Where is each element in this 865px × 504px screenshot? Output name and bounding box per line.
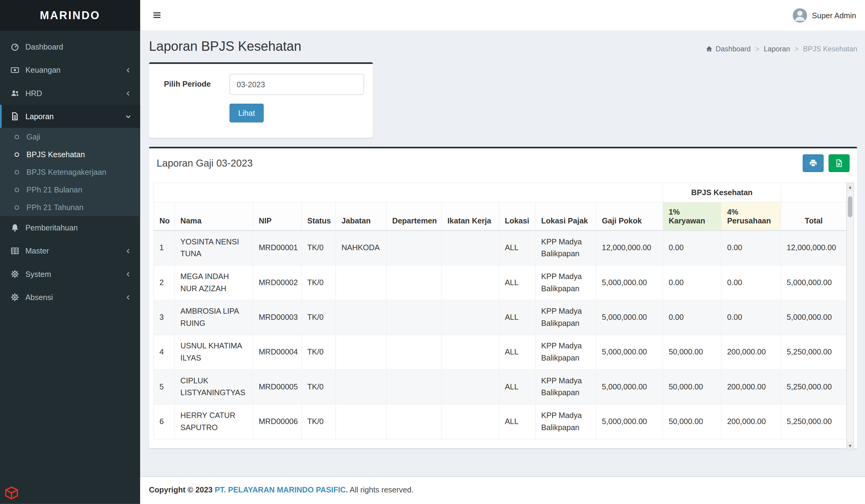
submenu-item-label: BPJS Kesehatan bbox=[26, 150, 85, 159]
sidebar-item-system[interactable]: System bbox=[0, 262, 140, 285]
submenu-item-label: Gaji bbox=[26, 132, 40, 141]
cell-ikatan-kerja bbox=[442, 265, 499, 300]
breadcrumb-separator: > bbox=[794, 45, 799, 53]
sidebar-item-keuangan[interactable]: Keuangan bbox=[0, 58, 140, 81]
cell-status: TK/0 bbox=[301, 335, 335, 369]
cell-departemen bbox=[387, 404, 442, 439]
cell-total: 5,000,000.00 bbox=[781, 300, 847, 335]
submenu-item-label: BPJS Ketenagakerjaan bbox=[26, 167, 106, 176]
sidebar-item-pph21-bulanan[interactable]: PPh 21 Bulanan bbox=[0, 181, 140, 199]
breadcrumb-laporan[interactable]: Laporan bbox=[764, 45, 790, 53]
circle-o-icon bbox=[13, 151, 21, 158]
cell-lokasi: ALL bbox=[499, 300, 535, 335]
cell-gaji-pokok: 5,000,000.00 bbox=[596, 335, 663, 369]
table-scrollbar[interactable]: ▲ ▼ bbox=[846, 183, 854, 450]
money-icon bbox=[10, 66, 20, 74]
cell-4pct-perusahaan: 200,000.00 bbox=[722, 335, 781, 369]
group-header-bpjs: BPJS Kesehatan bbox=[663, 183, 781, 202]
cell-ikatan-kerja bbox=[442, 300, 499, 335]
table-row: 1 YOSINTA NENSI TUNA MRD00001 TK/0 NAHKO… bbox=[153, 231, 846, 265]
scroll-up-arrow[interactable]: ▲ bbox=[847, 183, 853, 191]
cell-status: TK/0 bbox=[301, 369, 335, 404]
users-icon bbox=[10, 89, 20, 97]
sidebar-item-pemberitahuan[interactable]: Pemberitahuan bbox=[0, 216, 140, 239]
home-icon bbox=[706, 45, 713, 52]
cell-1pct-karyawan: 0.00 bbox=[663, 231, 721, 265]
cell-lokasi: ALL bbox=[499, 231, 535, 265]
cell-lokasi: ALL bbox=[499, 404, 535, 439]
period-label: Pilih Periode bbox=[158, 74, 211, 122]
sidebar-item-gaji[interactable]: Gaji bbox=[0, 128, 140, 145]
copyright-text: Copyright © 2023 bbox=[149, 485, 212, 494]
user-menu[interactable]: Super Admin bbox=[793, 8, 865, 22]
sidebar-item-label: Dashboard bbox=[25, 43, 63, 51]
cell-1pct-karyawan: 0.00 bbox=[663, 300, 721, 335]
lihat-button[interactable]: Lihat bbox=[230, 104, 264, 122]
cell-nama: USNUL KHATIMA ILYAS bbox=[175, 335, 253, 369]
sidebar-item-label: System bbox=[25, 270, 51, 279]
tachometer-icon bbox=[10, 43, 20, 51]
cell-no: 3 bbox=[153, 300, 175, 335]
export-excel-button[interactable] bbox=[829, 154, 850, 172]
cell-1pct-karyawan: 0.00 bbox=[663, 265, 721, 300]
sidebar-item-absensi[interactable]: Absensi bbox=[0, 286, 140, 309]
sidebar-toggle-button[interactable] bbox=[140, 0, 174, 31]
period-filter-box: Pilih Periode Lihat bbox=[149, 62, 373, 138]
cell-gaji-pokok: 12,000,000.00 bbox=[596, 231, 663, 265]
cell-4pct-perusahaan: 0.00 bbox=[722, 300, 781, 335]
cell-lokasi-pajak: KPP Madya Balikpapan bbox=[535, 231, 596, 265]
scrollbar-thumb[interactable] bbox=[848, 196, 853, 217]
cell-gaji-pokok: 5,000,000.00 bbox=[596, 265, 663, 300]
avatar bbox=[793, 8, 807, 22]
sidebar-item-bpjs-kesehatan[interactable]: BPJS Kesehatan bbox=[0, 145, 140, 163]
cell-lokasi-pajak: KPP Madya Balikpapan bbox=[535, 369, 596, 404]
cell-nip: MRD00002 bbox=[253, 265, 302, 300]
cell-4pct-perusahaan: 200,000.00 bbox=[722, 404, 781, 439]
cell-no: 2 bbox=[153, 265, 175, 300]
breadcrumb-dashboard[interactable]: Dashboard bbox=[706, 45, 751, 53]
cell-total: 12,000,000.00 bbox=[781, 231, 847, 265]
cell-ikatan-kerja bbox=[442, 369, 499, 404]
table-row: 6 HERRY CATUR SAPUTRO MRD00006 TK/0 ALL … bbox=[153, 404, 846, 439]
brand-logo[interactable]: MARINDO bbox=[0, 0, 140, 31]
cell-status: TK/0 bbox=[301, 231, 335, 265]
sidebar-item-laporan[interactable]: Laporan bbox=[0, 105, 140, 128]
report-table: BPJS Kesehatan No Nama NIP Status Jabata… bbox=[153, 183, 847, 439]
sidebar-item-hrd[interactable]: HRD bbox=[0, 81, 140, 105]
circle-o-icon bbox=[13, 133, 21, 140]
file-text-icon bbox=[10, 112, 20, 121]
col-header-ikatan-kerja: Ikatan Kerja bbox=[442, 202, 499, 231]
sidebar-item-dashboard[interactable]: Dashboard bbox=[0, 35, 140, 58]
cell-nip: MRD00006 bbox=[253, 404, 302, 439]
breadcrumb-current: BPJS Kesehatan bbox=[803, 45, 857, 53]
submenu-item-label: PPh 21 Bulanan bbox=[26, 185, 82, 194]
cell-nama: YOSINTA NENSI TUNA bbox=[175, 231, 253, 265]
table-icon bbox=[10, 247, 20, 255]
cell-no: 6 bbox=[153, 404, 175, 439]
sidebar-menu: Dashboard Keuangan HRD Laporan bbox=[0, 31, 140, 309]
circle-o-icon bbox=[13, 186, 21, 194]
col-header-status: Status bbox=[301, 202, 335, 231]
cell-4pct-perusahaan: 200,000.00 bbox=[722, 369, 781, 404]
cell-lokasi-pajak: KPP Madya Balikpapan bbox=[535, 335, 596, 369]
scroll-down-arrow[interactable]: ▼ bbox=[847, 442, 853, 450]
sidebar-item-master[interactable]: Master bbox=[0, 239, 140, 262]
printer-icon bbox=[809, 159, 818, 167]
cell-gaji-pokok: 5,000,000.00 bbox=[596, 300, 663, 335]
col-header-1pct-karyawan: 1% Karyawan bbox=[663, 202, 721, 231]
period-input[interactable] bbox=[230, 74, 365, 95]
cell-lokasi-pajak: KPP Madya Balikpapan bbox=[535, 300, 596, 335]
cell-nip: MRD00003 bbox=[253, 300, 302, 335]
col-header-no: No bbox=[153, 202, 175, 231]
company-link[interactable]: PT. PELAYARAN MARINDO PASIFIC. bbox=[215, 485, 348, 494]
print-button[interactable] bbox=[803, 154, 823, 172]
cell-4pct-perusahaan: 0.00 bbox=[722, 265, 781, 300]
group-header-spacer bbox=[781, 183, 847, 202]
submenu-item-label: PPh 21 Tahunan bbox=[26, 203, 83, 212]
sidebar-item-pph21-tahunan[interactable]: PPh 21 Tahunan bbox=[0, 199, 140, 216]
cell-jabatan bbox=[336, 300, 387, 335]
cell-total: 5,250,000.00 bbox=[781, 335, 847, 369]
breadcrumb: Dashboard > Laporan > BPJS Kesehatan bbox=[706, 45, 857, 54]
cell-departemen bbox=[387, 335, 442, 369]
sidebar-item-bpjs-ketenagakerjaan[interactable]: BPJS Ketenagakerjaan bbox=[0, 163, 140, 181]
